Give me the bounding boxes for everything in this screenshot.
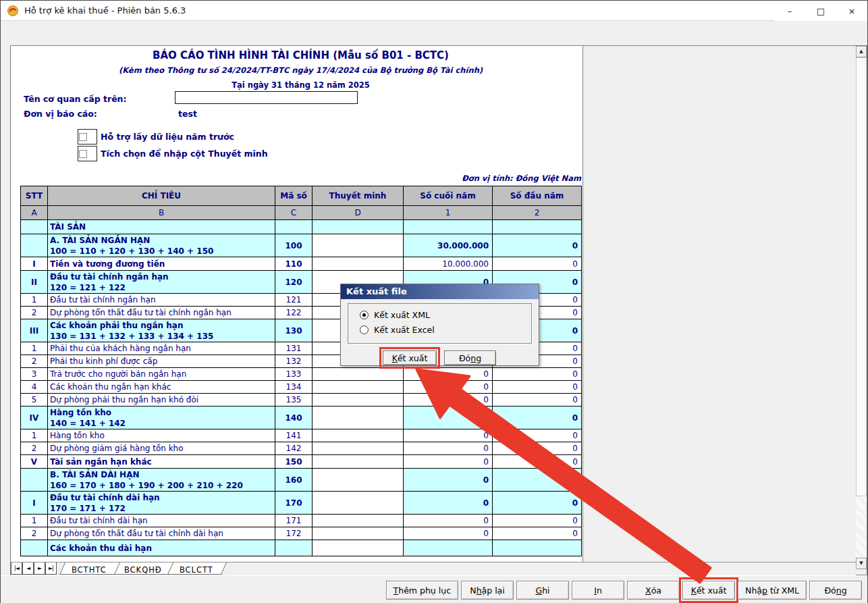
note-cell[interactable]: [313, 257, 404, 271]
in-button[interactable]: In: [572, 581, 624, 600]
button-label-part: N: [470, 585, 476, 596]
end-value-cell[interactable]: 0: [404, 381, 493, 394]
start-value-cell[interactable]: 0: [493, 429, 582, 442]
button-label-part: ết xuất: [398, 353, 427, 363]
start-value-cell[interactable]: 0: [493, 381, 582, 394]
report-title: BÁO CÁO TÌNH HÌNH TÀI CHÍNH (Mẫu số B01 …: [20, 49, 581, 61]
radio-ket-xuat-excel[interactable]: Kết xuất Excel: [360, 325, 531, 335]
table-subheader-row: A B C D 1 2: [21, 206, 582, 220]
radio-icon[interactable]: [360, 311, 369, 319]
maximize-button[interactable]: □: [805, 1, 836, 21]
stt-cell: 4: [21, 381, 48, 394]
end-value-cell: [404, 220, 493, 234]
scrollbar-thumb[interactable]: [856, 57, 867, 496]
prev-tab-button[interactable]: ◄: [22, 562, 34, 575]
start-value-cell[interactable]: 0: [493, 394, 582, 407]
checkbox-enable-thuyet-minh[interactable]: [78, 146, 97, 161]
code-cell: 133: [275, 368, 313, 381]
radio-ket-xuat-xml[interactable]: Kết xuất XML: [360, 310, 531, 320]
stt-cell: 5: [21, 394, 48, 407]
start-value-cell[interactable]: 0: [493, 455, 582, 469]
note-cell[interactable]: [313, 368, 404, 381]
end-value-cell[interactable]: 0: [404, 394, 493, 407]
end-value-cell[interactable]: 0: [404, 527, 493, 540]
scroll-up-button[interactable]: ▲: [856, 46, 867, 57]
row-label: TÀI SẢN: [50, 221, 273, 232]
table-row: IV Hàng tồn kho 140 = 141 + 142 140 0 0: [21, 407, 582, 429]
tab-label: BCTHTC: [72, 565, 107, 576]
row-label: Dự phòng phải thu ngắn hạn khó đòi: [50, 394, 273, 405]
parent-agency-input[interactable]: [175, 91, 358, 104]
note-cell[interactable]: [313, 515, 404, 527]
dong-button[interactable]: Đóng: [809, 581, 862, 600]
first-tab-button[interactable]: |◄: [11, 562, 22, 575]
stt-cell: 1: [21, 429, 48, 442]
close-button[interactable]: ×: [836, 1, 867, 21]
next-tab-button[interactable]: ►: [34, 562, 45, 575]
nhap-lai-button[interactable]: Nhập lại: [461, 581, 514, 600]
row-label: Hàng tồn kho: [50, 430, 273, 441]
button-label-part: hêm phụ lục: [398, 585, 451, 596]
note-cell[interactable]: [313, 429, 404, 442]
checkbox-load-previous-year[interactable]: [78, 129, 97, 145]
scroll-down-button[interactable]: ▼: [856, 558, 867, 569]
end-value-cell: [404, 540, 493, 556]
note-cell: [313, 540, 404, 556]
end-value-cell[interactable]: 0: [404, 515, 493, 527]
end-value-cell: 0: [404, 492, 493, 515]
start-value-cell[interactable]: 0: [493, 515, 582, 527]
end-value-cell[interactable]: 0: [404, 455, 493, 469]
label-cell: Phải thu của khách hàng ngắn hạn: [48, 342, 275, 355]
xoa-button[interactable]: Xóa: [627, 581, 680, 600]
vertical-scrollbar[interactable]: ▲ ▼: [856, 46, 867, 569]
end-value-cell[interactable]: 0: [404, 442, 493, 455]
app-window: Hỗ trợ kê khai thuế - Phiên bản 5.6.3 – …: [0, 0, 868, 603]
code-cell: 100: [275, 234, 313, 257]
end-value-cell[interactable]: 0: [404, 368, 493, 381]
col-header-stt: STT: [21, 186, 48, 206]
tab-bcthtc[interactable]: BCTHTC: [59, 562, 120, 575]
tab-bclctt[interactable]: BCLCTT: [167, 562, 227, 575]
note-cell[interactable]: [313, 442, 404, 455]
tab-bckqhd[interactable]: BCKQHĐ: [112, 562, 175, 575]
stt-cell: [21, 469, 48, 492]
start-value-cell[interactable]: 0: [493, 257, 582, 271]
note-cell[interactable]: [313, 394, 404, 407]
ket-xuat-button[interactable]: Kết xuất: [682, 581, 735, 600]
app-icon: [7, 5, 19, 17]
end-value-cell[interactable]: 10.000.000: [404, 257, 493, 271]
row-formula: 120 = 121 + 122: [50, 282, 273, 293]
start-value-cell[interactable]: 0: [493, 368, 582, 381]
note-cell[interactable]: [313, 381, 404, 394]
end-value-cell[interactable]: 0: [404, 429, 493, 442]
note-cell[interactable]: [313, 455, 404, 469]
them-phu-luc-button[interactable]: Thêm phụ lục: [386, 581, 458, 600]
radio-icon[interactable]: [360, 325, 369, 334]
dialog-close-button[interactable]: Đóng: [444, 350, 496, 365]
dialog-export-button[interactable]: Kết xuất: [383, 350, 437, 365]
row-label: A. TÀI SẢN NGẮN HẠN: [50, 235, 273, 246]
code-cell: 120: [275, 271, 313, 294]
start-value-cell[interactable]: 0: [493, 527, 582, 540]
minimize-button[interactable]: –: [774, 1, 805, 21]
nhap-tu-xml-button[interactable]: Nhập từ XML: [738, 581, 807, 600]
row-formula: 160 = 170 + 180 + 190 + 200 + 210 + 220: [50, 480, 273, 491]
note-cell: [313, 220, 404, 234]
note-cell[interactable]: [313, 527, 404, 540]
stt-cell: I: [21, 257, 48, 271]
start-value-cell[interactable]: 0: [493, 442, 582, 455]
reporting-unit-label: Đơn vị báo cáo:: [24, 109, 97, 119]
last-tab-button[interactable]: ►|: [45, 562, 57, 575]
code-cell: 122: [275, 307, 313, 319]
ghi-button[interactable]: Ghi: [516, 581, 569, 600]
button-label-part: Nhậ: [745, 585, 762, 596]
start-value-cell: 0: [493, 469, 582, 492]
report-date-line: Tại ngày 31 tháng 12 năm 2025: [20, 80, 581, 90]
end-value-cell: 0: [404, 469, 493, 492]
table-header-row: STT CHỈ TIÊU Mã số Thuyết minh Số cuối n…: [21, 186, 582, 206]
table-row: Các khoản thu dài hạn: [21, 540, 582, 556]
code-cell: 172: [275, 527, 313, 540]
row-label: Tài sản ngắn hạn khác: [50, 456, 273, 467]
label-cell: A. TÀI SẢN NGẮN HẠN 100 = 110 + 120 + 13…: [48, 234, 275, 257]
dialog-titlebar: Kết xuất file: [341, 284, 539, 299]
